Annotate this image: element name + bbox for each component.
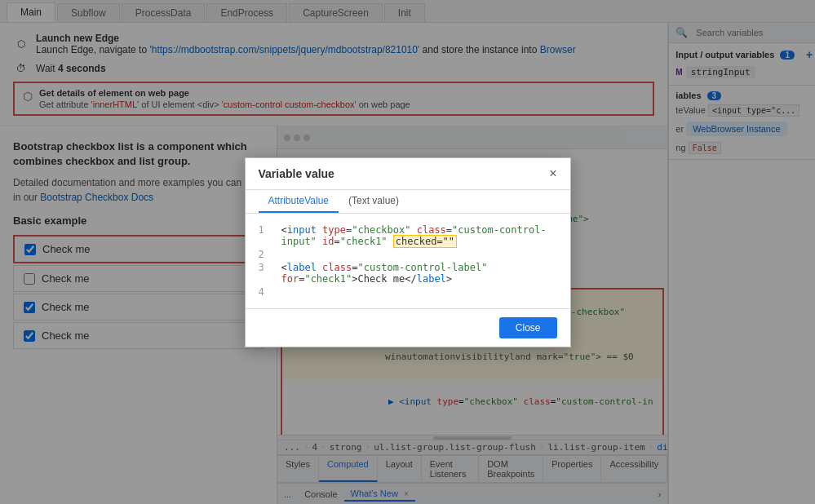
modal-code-line-1: 1 <input type="checkbox" class="custom-c… [259,223,557,248]
variable-value-modal: Variable value × AttributeValue (Text va… [245,157,571,347]
modal-overlay[interactable]: Variable value × AttributeValue (Text va… [0,0,815,504]
modal-close-btn[interactable]: Close [499,317,557,338]
modal-code-line-2: 2 [259,248,557,261]
line-num-4: 4 [259,286,272,298]
modal-body: 1 <input type="checkbox" class="custom-c… [246,214,570,308]
modal-close-button[interactable]: × [549,166,556,181]
line-num-3: 3 [259,262,272,285]
highlighted-attr: checked="" [393,235,457,248]
code-text-3: <label class="custom-control-label" for=… [281,262,557,285]
line-num-1: 1 [259,224,272,247]
modal-code-line-4: 4 [259,285,557,298]
modal-footer: Close [246,308,570,347]
line-num-2: 2 [259,249,272,260]
modal-tab-text[interactable]: (Text value) [339,190,409,213]
modal-title: Variable value [259,167,334,180]
modal-code-line-3: 3 <label class="custom-control-label" fo… [259,261,557,285]
modal-header: Variable value × [246,158,570,190]
modal-tab-attribute[interactable]: AttributeValue [259,190,339,213]
modal-tabs: AttributeValue (Text value) [246,190,570,214]
code-text-1: <input type="checkbox" class="custom-con… [281,224,557,247]
